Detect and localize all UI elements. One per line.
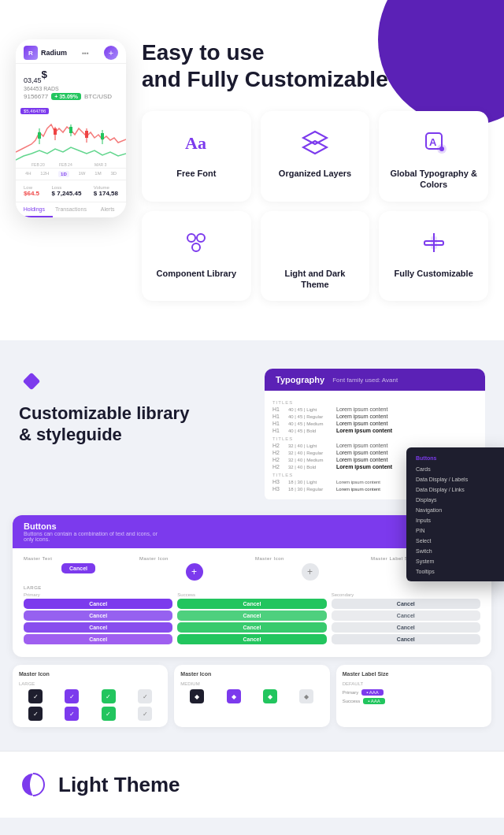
svg-point-20 (187, 234, 195, 242)
tab-holdings[interactable]: Holdings (16, 202, 53, 217)
sidebar-item-tooltips[interactable]: Tooltips (406, 566, 504, 577)
icon-preview-default-header: Master Label Size (343, 671, 485, 677)
sidebar-item-pin[interactable]: PIN (406, 525, 504, 536)
time-3d[interactable]: 3D (110, 171, 117, 177)
large-success-btn-hovered[interactable]: Cancel (177, 634, 326, 644)
tab-alerts[interactable]: Alerts (89, 202, 126, 217)
feature-typography-label: Global Typography & Colors (388, 168, 479, 191)
large-primary-btn-focus[interactable]: Cancel (24, 610, 172, 621)
svg-rect-26 (23, 373, 41, 391)
phone-stat-low: Low $64.5 (24, 185, 39, 197)
time-1m[interactable]: 1M (94, 171, 101, 177)
light-theme-icon (19, 770, 47, 799)
buttons-header-left: Buttons Buttons can contain a combinatio… (24, 521, 165, 542)
phone-badge-pair: BTC/USD (84, 93, 112, 100)
icon-preview-medium-header: Master Icon (180, 671, 323, 677)
sidebar-item-data-links[interactable]: Data Display / Links (406, 484, 504, 495)
icon-default-label: DEFAULT (343, 681, 485, 686)
icon-green-2: ✓ (102, 707, 116, 721)
sidebar-popup-title: Buttons (406, 452, 504, 464)
icon-cell-3: ✓ (92, 689, 125, 703)
svg-text:A: A (429, 136, 437, 148)
feature-component-label: Component Library (151, 268, 242, 279)
sidebar-item-data-labels[interactable]: Data Display / Labels (406, 474, 504, 484)
typo-h1-medium: H1 40 | 45 | Medium Lorem ipsum content (272, 421, 477, 426)
icon-med-purple-1: ◆ (227, 689, 241, 703)
typography-icon: A (417, 125, 451, 160)
icon-med-1: ◆ (180, 689, 213, 703)
phone-time-bar: 4H 12H 1D 1W 1M 3D (16, 168, 126, 180)
large-primary-btn-hovered[interactable]: Cancel (24, 634, 172, 644)
middle-title: Customizable library & styleguide (19, 403, 249, 445)
icon-cell-7: ✓ (92, 707, 125, 721)
sidebar-item-switch[interactable]: Switch (406, 546, 504, 556)
phone-stat-loss: Loss $ 7,245.45 (52, 185, 82, 197)
label-size-btn-2: ▪ AAA (363, 698, 384, 704)
sidebar-popup: Buttons Cards Data Display / Labels Data… (406, 447, 504, 581)
svg-text:FEB 20: FEB 20 (32, 162, 45, 167)
svg-rect-9 (101, 133, 104, 139)
svg-marker-15 (303, 141, 327, 154)
phone-badge-up: + 35.09% (51, 93, 81, 100)
phone-chart-area: $5,464786 FEB 20 (16, 105, 126, 168)
feature-card-typography: A Global Typography & Colors (379, 111, 488, 202)
tab-transactions[interactable]: Transactions (53, 202, 90, 217)
sidebar-item-inputs[interactable]: Inputs (406, 515, 504, 525)
phone-rads: 364453 RADS (24, 86, 118, 91)
icon-med-2: ◆ (217, 689, 250, 703)
svg-point-22 (192, 243, 200, 251)
svg-rect-1 (38, 132, 41, 139)
phone-price: 03,45$ (24, 69, 118, 86)
large-primary-btn-default[interactable]: Cancel (24, 599, 172, 609)
master-cancel-btn[interactable]: Cancel (61, 563, 95, 573)
large-row: Primary Cancel Cancel Cancel Cancel Succ… (24, 592, 480, 644)
large-secondary-btn-focus[interactable]: Cancel (332, 610, 480, 621)
large-secondary-btn-hovered[interactable]: Cancel (332, 634, 480, 644)
icon-purple-1: ✓ (65, 689, 79, 703)
icon-dark-2: ✓ (28, 707, 43, 721)
master-icon-btn2[interactable]: + (302, 563, 319, 581)
large-success-btn-pressed[interactable]: Cancel (177, 622, 326, 633)
phone-mockup: R Radium ▪▪▪ + 03,45$ 364453 RADS 915667… (16, 39, 126, 217)
phone-logo-icon: R (24, 46, 38, 60)
icon-large-label: LARGE (19, 681, 161, 686)
icon-gray-1: ✓ (138, 689, 152, 703)
large-success-btn-default[interactable]: Cancel (177, 599, 326, 609)
time-1d[interactable]: 1D (58, 171, 69, 177)
sidebar-item-cards[interactable]: Cards (406, 464, 504, 474)
theme-icon (298, 225, 332, 260)
typography-card-header: Typography Font family used: Avant (265, 369, 485, 391)
time-12h[interactable]: 12H (40, 171, 49, 177)
master-icon-btn[interactable]: + (186, 563, 203, 581)
sidebar-item-displays[interactable]: Displays (406, 495, 504, 505)
feature-card-font: Aa Free Font (142, 111, 251, 202)
phone-add-btn[interactable]: + (104, 46, 118, 60)
time-1w[interactable]: 1W (79, 171, 86, 177)
feature-card-layers: Organized Layers (261, 111, 370, 202)
large-primary-btn-pressed[interactable]: Cancel (24, 622, 172, 633)
time-4h[interactable]: 4H (25, 171, 32, 177)
buttons-title: Buttons (24, 521, 165, 531)
feature-customize-label: Fully Customizable (388, 268, 479, 279)
feature-layers-label: Organized Layers (270, 168, 361, 179)
typo-h1-light: H1 40 | 45 | Light Lorem ipsum content (272, 406, 477, 412)
phone-chart-svg: FEB 20 FEB 24 MAR 3 (16, 105, 126, 168)
feature-grid: Aa Free Font Organized Layers (142, 111, 488, 301)
sidebar-item-select[interactable]: Select (406, 536, 504, 546)
large-success-btn-focus[interactable]: Cancel (177, 610, 326, 621)
label-size-row-2: Success ▪ AAA (343, 698, 485, 704)
icon-grid-medium: ◆ ◆ ◆ ◆ (180, 689, 323, 703)
phone-logo: R Radium (24, 46, 67, 60)
svg-text:Aa: Aa (185, 133, 206, 153)
icon-med-4: ◆ (290, 689, 323, 703)
phone-stat-volume: Volume $ 174,58 (94, 185, 118, 197)
large-secondary-btn-default[interactable]: Cancel (332, 599, 480, 609)
large-section: LARGE Primary Cancel Cancel Cancel Cance… (24, 585, 480, 644)
svg-point-19 (439, 147, 444, 151)
large-secondary-btn-pressed[interactable]: Cancel (332, 622, 480, 633)
sidebar-item-navigation[interactable]: Navigation (406, 505, 504, 515)
success-col-header: Success (177, 592, 326, 597)
svg-text:MAR 3: MAR 3 (94, 162, 107, 167)
sidebar-item-system[interactable]: System (406, 556, 504, 566)
customize-icon (417, 225, 451, 260)
